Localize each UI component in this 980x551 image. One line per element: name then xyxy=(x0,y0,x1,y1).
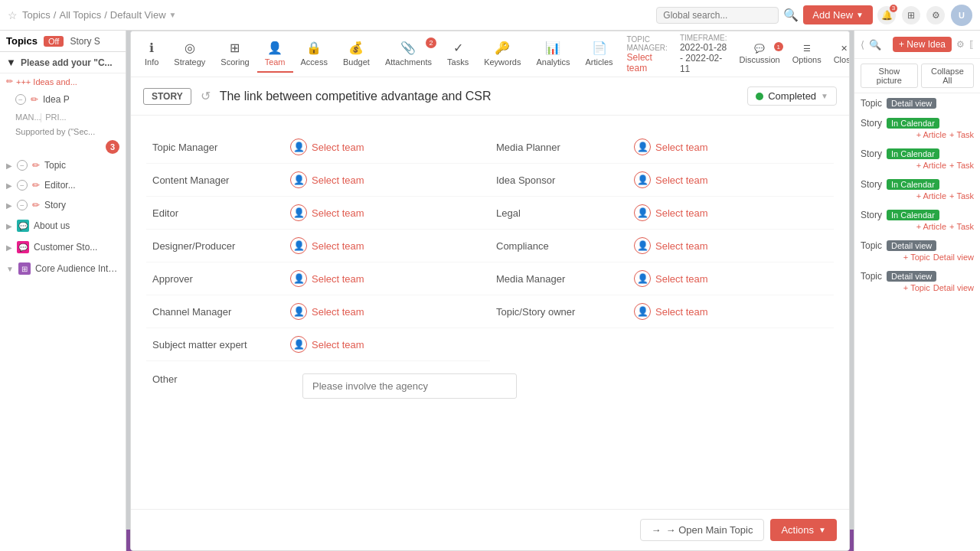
add-topic-btn-6[interactable]: + Topic xyxy=(903,253,930,262)
add-task-btn-3[interactable]: + Task xyxy=(949,161,974,170)
toolbar-attachments[interactable]: 📎 Attachments 2 xyxy=(377,36,439,73)
collapse-icon[interactable]: ⟨ xyxy=(861,39,864,51)
toolbar-info[interactable]: ℹ Info xyxy=(137,36,166,73)
media-manager-select[interactable]: 👤 Select team xyxy=(634,270,708,287)
add-article-btn-2[interactable]: + Article xyxy=(916,130,946,139)
editor-select-label: Select team xyxy=(312,207,364,219)
status-select[interactable]: Completed ▼ xyxy=(747,86,837,106)
toolbar-strategy[interactable]: ◎ Strategy xyxy=(166,36,213,73)
star-icon[interactable]: ☆ xyxy=(8,9,18,21)
collapse-all-icon[interactable]: ⟦ xyxy=(969,39,974,50)
story-filter[interactable]: Story S xyxy=(70,36,100,47)
toolbar-articles[interactable]: 📄 Articles xyxy=(577,36,620,73)
new-idea-button[interactable]: + New Idea xyxy=(893,37,952,52)
grid-icon[interactable]: ⊞ xyxy=(902,6,920,24)
person-icon-tso: 👤 xyxy=(634,303,651,320)
toolbar-analytics[interactable]: 📊 Analytics xyxy=(528,36,577,73)
caret-right-icon-topic: ▶ xyxy=(6,161,12,170)
options-label: Options xyxy=(792,55,822,64)
add-topic-btn-7[interactable]: + Topic xyxy=(903,283,930,292)
toolbar-close[interactable]: ✕ Close xyxy=(834,44,850,64)
avatar[interactable]: U xyxy=(951,5,972,26)
toolbar-team[interactable]: 👤 Team xyxy=(257,36,293,73)
right-item-6-badge: Detail view xyxy=(887,240,936,251)
sidebar-item-story[interactable]: ▶ − ✏ Story xyxy=(0,195,126,215)
settings-icon[interactable]: ⚙ xyxy=(926,6,945,24)
topic-manager-value[interactable]: Select team xyxy=(627,52,668,73)
global-search-input[interactable] xyxy=(656,7,779,24)
team-row-topic-manager: Topic Manager 👤 Select team xyxy=(146,131,490,164)
toolbar-options[interactable]: ☰ Options xyxy=(792,44,822,64)
timeframe-value[interactable]: 2022-01-28 - 2022-02-11 xyxy=(680,42,727,74)
legal-select[interactable]: 👤 Select team xyxy=(634,204,708,221)
designer-select[interactable]: 👤 Select team xyxy=(290,237,364,254)
sidebar-item-about-us[interactable]: ▶ 💬 About us xyxy=(0,215,126,236)
add-article-btn-5[interactable]: + Article xyxy=(916,222,946,231)
sidebar-item-core-audience[interactable]: ▼ ⊞ Core Audience Interests xyxy=(0,258,126,279)
topic-story-owner-select[interactable]: 👤 Select team xyxy=(634,303,708,320)
show-picture-button[interactable]: Show picture xyxy=(861,64,918,88)
reset-icon[interactable]: ↺ xyxy=(201,89,211,103)
sidebar-item-topic[interactable]: ▶ − ✏ Topic xyxy=(0,155,126,175)
person-icon-mm: 👤 xyxy=(634,270,651,287)
right-item-6-label: Topic xyxy=(861,240,882,251)
toolbar-budget[interactable]: 💰 Budget xyxy=(335,36,377,73)
idea-sponsor-select[interactable]: 👤 Select team xyxy=(634,171,708,188)
team-row-topic-story-owner: Topic/Story owner 👤 Select team xyxy=(490,295,834,328)
search-icon-right[interactable]: 🔍 xyxy=(869,39,881,51)
add-article-btn-3[interactable]: + Article xyxy=(916,161,946,170)
idea-sponsor-select-label: Select team xyxy=(655,174,708,186)
add-new-button[interactable]: Add New ▼ xyxy=(803,5,873,24)
breadcrumb-all-topics[interactable]: All Topics xyxy=(59,9,101,21)
open-main-topic-button[interactable]: → → Open Main Topic xyxy=(640,519,765,541)
edit-icon-topic: ✏ xyxy=(32,160,40,171)
toolbar-scoring[interactable]: ⊞ Scoring xyxy=(213,36,256,73)
content-manager-select[interactable]: 👤 Select team xyxy=(290,171,364,188)
breadcrumb-topics[interactable]: Topics xyxy=(22,9,51,21)
right-item-2-actions: + Article + Task xyxy=(916,130,974,139)
search-icon[interactable]: 🔍 xyxy=(783,8,799,22)
actions-button[interactable]: Actions ▼ xyxy=(770,519,837,541)
breadcrumb-view[interactable]: Default View xyxy=(110,9,166,21)
sidebar-item-editor[interactable]: ▶ − ✏ Editor... xyxy=(0,175,126,195)
sme-select[interactable]: 👤 Select team xyxy=(290,336,364,353)
add-task-btn-5[interactable]: + Task xyxy=(949,222,974,231)
team-left-column: Topic Manager 👤 Select team Content Mana… xyxy=(146,131,490,361)
please-add-section[interactable]: ▼ Please add your "C... xyxy=(0,52,126,73)
notifications-icon[interactable]: 🔔3 xyxy=(877,6,896,24)
approver-select[interactable]: 👤 Select team xyxy=(290,270,364,287)
other-input[interactable] xyxy=(302,373,517,399)
story-badge-3: 3 xyxy=(106,140,119,154)
compliance-select[interactable]: 👤 Select team xyxy=(634,237,708,254)
editor-select[interactable]: 👤 Select team xyxy=(290,204,364,221)
right-sidebar-header: ⟨ 🔍 + New Idea ⚙ ⟦ xyxy=(854,31,980,59)
channel-manager-select[interactable]: 👤 Select team xyxy=(290,303,364,320)
filter-bar: Topics Off Story S xyxy=(0,31,126,52)
editor-label: Editor... xyxy=(44,180,119,191)
settings-icon-right[interactable]: ⚙ xyxy=(956,39,965,50)
topic-manager-select[interactable]: 👤 Select team xyxy=(290,139,364,155)
topics-toggle[interactable]: Off xyxy=(44,36,64,47)
add-article-btn-4[interactable]: + Article xyxy=(916,191,946,201)
add-task-btn-2[interactable]: + Task xyxy=(949,130,974,139)
sidebar-item-customer-stories[interactable]: ▶ 💬 Customer Sto... xyxy=(0,236,126,258)
add-task-btn-4[interactable]: + Task xyxy=(949,191,974,201)
detail-view-btn-7[interactable]: Detail view xyxy=(933,283,974,292)
toolbar-discussion[interactable]: 💬 Discussion 1 xyxy=(740,44,780,64)
right-item-5-badge: In Calendar xyxy=(887,210,939,220)
right-item-4-actions: + Article + Task xyxy=(916,191,974,201)
right-item-7-actions: + Topic Detail view xyxy=(903,283,974,292)
toolbar-tasks[interactable]: ✓ Tasks xyxy=(439,36,476,73)
toolbar-keywords[interactable]: 🔑 Keywords xyxy=(476,36,528,73)
content-manager-role: Content Manager xyxy=(152,174,290,186)
media-planner-select[interactable]: 👤 Select team xyxy=(634,139,708,155)
sidebar-item-idea-p[interactable]: − ✏ Idea P xyxy=(0,90,126,109)
collapse-all-button[interactable]: Collapse All xyxy=(921,64,974,88)
tasks-icon: ✓ xyxy=(453,41,463,55)
right-item-7-label: Topic xyxy=(861,271,882,282)
sme-role: Subject matter expert xyxy=(152,339,290,350)
ideas-row[interactable]: ✏ +++ Ideas and... xyxy=(0,73,126,90)
team-row-channel-manager: Channel Manager 👤 Select team xyxy=(146,295,490,328)
toolbar-access[interactable]: 🔒 Access xyxy=(293,36,335,73)
detail-view-btn-6[interactable]: Detail view xyxy=(933,253,974,262)
